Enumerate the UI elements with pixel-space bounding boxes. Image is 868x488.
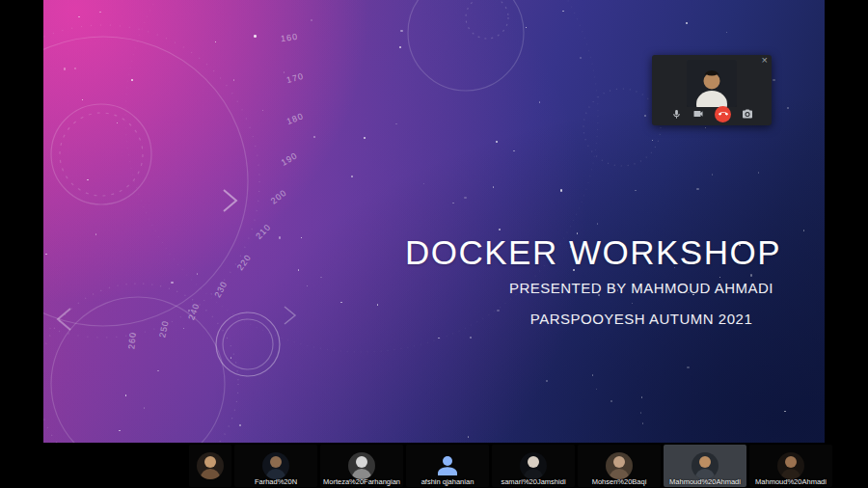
avatar bbox=[692, 452, 719, 479]
participant-name: Mahmoud%20Ahmadi bbox=[664, 477, 746, 486]
self-video-thumbnail[interactable] bbox=[687, 60, 737, 107]
avatar bbox=[197, 452, 224, 479]
participant-name: afshin qjahanian bbox=[406, 477, 489, 486]
participant-tile[interactable]: Mahmoud%20Ahmadi bbox=[749, 445, 832, 487]
participant-name: Mohsen%20Baqi bbox=[578, 477, 661, 486]
close-icon[interactable]: × bbox=[762, 54, 768, 66]
participant-tile[interactable] bbox=[189, 445, 231, 487]
protractor-number: 250 bbox=[157, 319, 171, 339]
protractor-number: 170 bbox=[285, 71, 305, 85]
participant-tile[interactable]: Mohsen%20Baqi bbox=[578, 445, 661, 487]
protractor-number: 210 bbox=[254, 222, 273, 241]
avatar bbox=[348, 452, 375, 479]
person-icon bbox=[433, 451, 462, 480]
filmstrip: Farhad%20NMorteza%20Farhangianafshin qja… bbox=[0, 443, 868, 488]
participant-tile[interactable]: Mahmoud%20Ahmadi bbox=[664, 445, 746, 487]
participant-tile[interactable]: afshin qjahanian bbox=[406, 445, 489, 487]
participant-name: Mahmoud%20Ahmadi bbox=[749, 477, 832, 486]
avatar bbox=[520, 452, 547, 479]
participant-tile[interactable]: Morteza%20Farhangian bbox=[320, 445, 403, 487]
call-controls-panel: × bbox=[652, 55, 772, 125]
protractor-number: 160 bbox=[280, 32, 298, 43]
slide-subtitle: PRESENTED BY MAHMOUD AHMADI bbox=[497, 280, 786, 296]
participant-name: Morteza%20Farhangian bbox=[320, 477, 403, 486]
protractor-number: 180 bbox=[285, 111, 305, 126]
protractor-number: 220 bbox=[235, 253, 254, 272]
participant-tile[interactable]: samari%20Jamshidi bbox=[492, 445, 575, 487]
protractor-number: 260 bbox=[126, 332, 138, 350]
protractor-number: 200 bbox=[269, 188, 288, 206]
meet-window: 160170180190200210220230240250260 DOCKER… bbox=[0, 0, 868, 488]
protractor-number: 230 bbox=[212, 280, 229, 300]
call-controls bbox=[652, 105, 772, 122]
videocam-icon[interactable] bbox=[692, 108, 704, 120]
mic-icon[interactable] bbox=[670, 108, 682, 120]
protractor-number: 190 bbox=[280, 150, 300, 168]
call-end-icon[interactable] bbox=[715, 106, 731, 122]
webcam-person bbox=[687, 60, 737, 107]
slide-title: DOCKER WORKSHOP bbox=[400, 233, 786, 272]
camera-switch-icon[interactable] bbox=[742, 108, 753, 120]
avatar bbox=[606, 452, 633, 479]
participant-name: samari%20Jamshidi bbox=[492, 477, 575, 486]
participant-tile[interactable]: Farhad%20N bbox=[234, 445, 317, 487]
avatar bbox=[777, 452, 804, 479]
slide-footer: PARSPOOYESH AUTUMN 2021 bbox=[497, 311, 786, 327]
avatar bbox=[262, 452, 289, 479]
protractor-number: 240 bbox=[186, 302, 202, 321]
participant-name: Farhad%20N bbox=[234, 477, 317, 486]
